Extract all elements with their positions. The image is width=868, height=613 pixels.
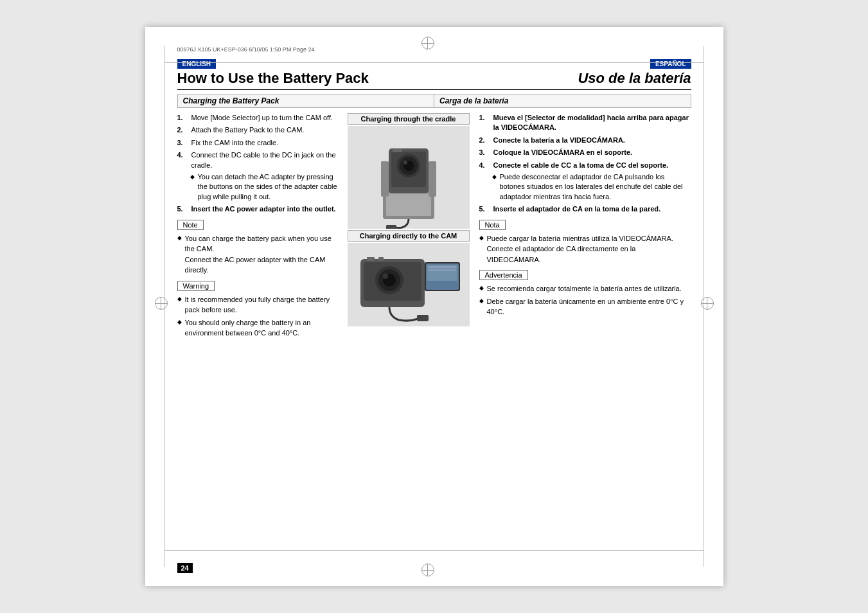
diamond-warn-2-icon: ◆ bbox=[177, 318, 182, 327]
step-1: 1. Move [Mode Selector] up to turn the C… bbox=[177, 113, 338, 123]
warning-text-2-spanish: Debe cargar la batería únicamente en un … bbox=[487, 296, 691, 317]
note-box-spanish: Nota bbox=[479, 220, 506, 230]
svg-rect-27 bbox=[417, 315, 429, 321]
diamond-icon: ◆ bbox=[190, 173, 195, 181]
step-4-sub: ◆ You can detach the AC adapter by press… bbox=[190, 172, 338, 202]
warning-label-spanish: Advertencia bbox=[485, 271, 522, 279]
step-4-sub-text: You can detach the AC adapter by pressin… bbox=[198, 172, 338, 202]
svg-rect-26 bbox=[378, 257, 384, 261]
es-warning-item-2: ◆ Debe cargar la batería únicamente en u… bbox=[479, 296, 691, 317]
image-caption-2: Charging directly to the CAM bbox=[348, 230, 470, 242]
note-content-spanish: ◆ Puede cargar la batería mientras utili… bbox=[479, 233, 691, 265]
svg-rect-23 bbox=[429, 266, 456, 268]
center-column: Charging through the cradle bbox=[344, 113, 473, 344]
es-step-5-text: Inserte el adaptador de CA en la toma de… bbox=[493, 204, 691, 214]
note-box-english: Note bbox=[177, 220, 204, 230]
es-step-5-num: 5. bbox=[479, 204, 491, 214]
document-page: 00876J X105 UK+ESP-036 6/10/05 1:50 PM P… bbox=[145, 27, 723, 586]
es-step-5: 5. Inserte el adaptador de CA en la toma… bbox=[479, 204, 691, 214]
step-3-text: Fix the CAM into the cradle. bbox=[191, 138, 338, 148]
step-5: 5. Insert the AC power adapter into the … bbox=[177, 204, 338, 214]
es-warning-item-1: ◆ Se recomienda cargar totalmente la bat… bbox=[479, 283, 691, 294]
step-5-num: 5. bbox=[177, 204, 189, 214]
note-item-1: ◆ You can charge the battery pack when y… bbox=[177, 233, 338, 276]
note-text-english: You can charge the battery pack when you… bbox=[185, 233, 338, 276]
warning-text-1-spanish: Se recomienda cargar totalmente la bater… bbox=[487, 283, 682, 294]
reg-mark-left bbox=[155, 297, 168, 310]
image-caption-1: Charging through the cradle bbox=[348, 113, 470, 125]
step-2-text: Attach the Battery Pack to the CAM. bbox=[191, 125, 338, 135]
warning-content-spanish: ◆ Se recomienda cargar totalmente la bat… bbox=[479, 283, 691, 317]
cradle-svg bbox=[348, 126, 470, 229]
svg-rect-3 bbox=[381, 161, 389, 197]
diamond-es-note-icon: ◆ bbox=[479, 234, 484, 243]
diamond-note-icon: ◆ bbox=[177, 234, 182, 243]
step-4-text: Connect the DC cable to the DC in jack o… bbox=[191, 150, 338, 170]
english-badge: ENGLISH bbox=[177, 59, 216, 69]
reg-mark-top bbox=[421, 37, 434, 49]
step-3: 3. Fix the CAM into the cradle. bbox=[177, 138, 338, 148]
es-note-item-1: ◆ Puede cargar la batería mientras utili… bbox=[479, 233, 691, 265]
english-steps: 1. Move [Mode Selector] up to turn the C… bbox=[177, 113, 338, 215]
step-3-num: 3. bbox=[177, 138, 189, 148]
step-2: 2. Attach the Battery Pack to the CAM. bbox=[177, 125, 338, 135]
reg-mark-right bbox=[701, 297, 714, 310]
es-step-2-num: 2. bbox=[479, 136, 491, 145]
diamond-es-icon: ◆ bbox=[492, 173, 497, 181]
svg-rect-11 bbox=[393, 149, 402, 152]
svg-rect-4 bbox=[429, 161, 436, 197]
warning-item-2: ◆ You should only charge the battery in … bbox=[177, 317, 338, 339]
svg-rect-24 bbox=[429, 269, 456, 271]
step-4-num: 4. bbox=[177, 150, 189, 170]
warning-box-english: Warning bbox=[177, 281, 215, 291]
warning-text-1-english: It is recommended you fully charge the b… bbox=[185, 294, 338, 315]
es-step-4-num: 4. bbox=[479, 161, 491, 170]
warning-text-2-english: You should only charge the battery in an… bbox=[185, 317, 338, 339]
spanish-column: 1. Mueva el [Selector de modalidad] haci… bbox=[473, 113, 691, 344]
step-1-text: Move [Mode Selector] up to turn the CAM … bbox=[191, 113, 338, 123]
spanish-title: Uso de la batería bbox=[578, 70, 691, 87]
section-header-english: Charging the Battery Pack bbox=[178, 94, 435, 107]
section-header-row: Charging the Battery Pack Carga de la ba… bbox=[177, 94, 691, 108]
es-step-3-num: 3. bbox=[479, 148, 491, 157]
svg-point-10 bbox=[403, 161, 407, 164]
english-title: How to Use the Battery Pack bbox=[177, 70, 369, 87]
note-label-spanish: Nota bbox=[485, 221, 500, 229]
border-line-bottom bbox=[164, 550, 704, 551]
title-row: How to Use the Battery Pack Uso de la ba… bbox=[177, 70, 691, 90]
step-5-text: Insert the AC power adapter into the out… bbox=[191, 204, 338, 214]
es-step-4-sub-text: Puede desconectar el adaptador de CA pul… bbox=[500, 172, 691, 202]
note-text-spanish: Puede cargar la batería mientras utiliza… bbox=[487, 233, 691, 265]
content-area: 1. Move [Mode Selector] up to turn the C… bbox=[177, 113, 691, 344]
page-container: 00876J X105 UK+ESP-036 6/10/05 1:50 PM P… bbox=[0, 0, 868, 613]
cam-svg bbox=[348, 243, 470, 326]
es-step-2-text: Conecte la batería a la VIDEOCÁMARA. bbox=[493, 136, 691, 145]
diamond-es-warn-1-icon: ◆ bbox=[479, 284, 484, 293]
svg-rect-2 bbox=[386, 193, 431, 216]
warning-box-spanish: Advertencia bbox=[479, 270, 528, 280]
page-header: 00876J X105 UK+ESP-036 6/10/05 1:50 PM P… bbox=[177, 46, 691, 53]
svg-point-19 bbox=[383, 274, 388, 279]
diamond-es-warn-2-icon: ◆ bbox=[479, 297, 484, 306]
spanish-badge: ESPAÑOL bbox=[650, 59, 691, 69]
es-step-1-text: Mueva el [Selector de modalidad] hacia a… bbox=[493, 113, 691, 133]
svg-rect-25 bbox=[367, 257, 375, 261]
section-header-spanish: Carga de la batería bbox=[434, 94, 691, 107]
step-2-num: 2. bbox=[177, 125, 189, 135]
note-label-english: Note bbox=[183, 221, 198, 229]
cradle-image bbox=[348, 126, 470, 230]
es-step-4-sub: ◆ Puede desconectar el adaptador de CA p… bbox=[492, 172, 691, 202]
page-ref: 00876J X105 UK+ESP-036 6/10/05 1:50 PM P… bbox=[177, 46, 315, 53]
warning-item-1: ◆ It is recommended you fully charge the… bbox=[177, 294, 338, 315]
warning-content-english: ◆ It is recommended you fully charge the… bbox=[177, 294, 338, 339]
es-step-3-text: Coloque la VIDEOCÁMARA en el soporte. bbox=[493, 148, 691, 157]
spanish-steps: 1. Mueva el [Selector de modalidad] haci… bbox=[479, 113, 691, 215]
cam-image bbox=[348, 243, 470, 328]
warning-label-english: Warning bbox=[183, 282, 209, 290]
es-step-4-text: Conecte el cable de CC a la toma de CC d… bbox=[493, 161, 669, 170]
lang-badges: ENGLISH ESPAÑOL bbox=[177, 59, 691, 69]
note-content-english: ◆ You can charge the battery pack when y… bbox=[177, 233, 338, 276]
english-column: 1. Move [Mode Selector] up to turn the C… bbox=[177, 113, 344, 344]
step-4: 4. Connect the DC cable to the DC in jac… bbox=[177, 150, 338, 202]
svg-rect-12 bbox=[386, 225, 396, 229]
